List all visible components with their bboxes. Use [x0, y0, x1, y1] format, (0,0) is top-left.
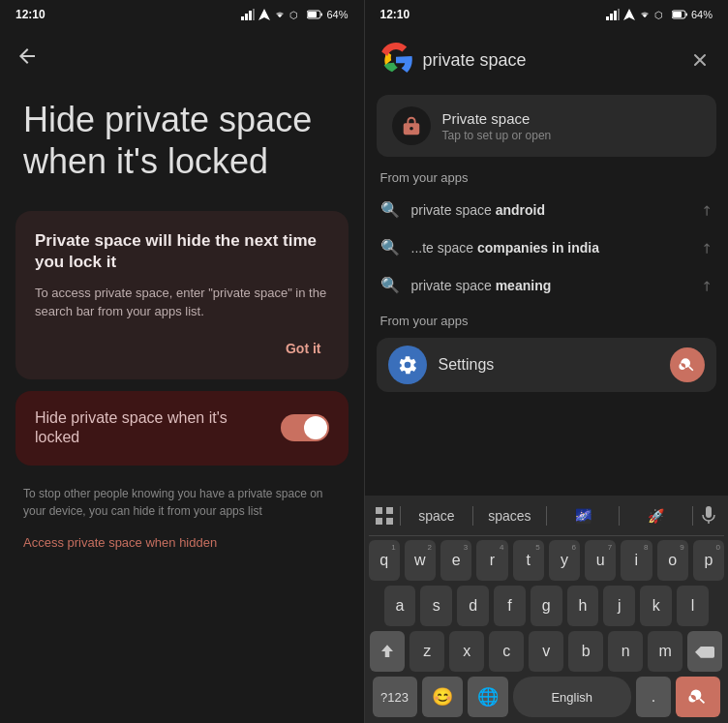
key-d[interactable]: d [457, 586, 489, 626]
keyboard-row-2: a s d f g h j k l [369, 586, 725, 626]
backspace-key[interactable] [687, 631, 722, 672]
suggestion-row-3[interactable]: 🔍 private space meaning ↗ [365, 266, 729, 304]
mic-icon[interactable] [693, 500, 724, 531]
key-t[interactable]: t5 [513, 540, 544, 581]
suggestion-spaces[interactable]: spaces [473, 508, 546, 524]
svg-rect-22 [706, 506, 712, 518]
status-icons-left: ⬡ 64% [241, 9, 348, 20]
search-key-icon [688, 687, 708, 707]
svg-rect-2 [249, 11, 252, 20]
key-i[interactable]: i8 [621, 540, 652, 581]
key-g[interactable]: g [531, 586, 562, 626]
key-z[interactable]: z [410, 631, 444, 672]
search-header: private space [365, 29, 729, 91]
toggle-switch[interactable] [281, 414, 329, 441]
svg-rect-16 [685, 14, 687, 16]
key-c[interactable]: c [489, 631, 524, 672]
settings-label: Settings [439, 356, 659, 374]
svg-rect-9 [606, 16, 609, 20]
result-icon-bg [392, 106, 431, 145]
toggle-row[interactable]: Hide private space when it's locked [15, 391, 349, 467]
arrow-icon-3: ↗ [697, 276, 716, 295]
suggestion-row-2[interactable]: 🔍 ...te space companies in india ↗ [365, 228, 729, 266]
dialog-title: Private space will hide the next time yo… [35, 230, 329, 273]
dialog-body: To access private space, enter "private … [35, 284, 329, 321]
access-link[interactable]: Access private space when hidden [0, 531, 364, 554]
globe-key[interactable]: 🌐 [468, 677, 508, 717]
keyboard: space spaces 🌌 🚀 q1 w2 e3 r4 t5 y6 u7 i8… [365, 496, 729, 723]
keyboard-suggestions: space spaces 🌌 🚀 [369, 501, 725, 536]
bluetooth-icon: ⬡ [289, 10, 303, 19]
key-o[interactable]: o9 [657, 540, 688, 581]
key-k[interactable]: k [640, 586, 672, 626]
wifi-icon-right [639, 10, 651, 19]
svg-rect-17 [673, 12, 682, 17]
back-icon [15, 45, 39, 68]
close-icon [690, 50, 710, 70]
time-left: 12:10 [15, 8, 46, 21]
bluetooth-icon-right: ⬡ [654, 10, 668, 19]
svg-text:⬡: ⬡ [654, 10, 663, 19]
key-y[interactable]: y6 [549, 540, 580, 581]
svg-marker-4 [258, 9, 270, 20]
keyboard-row-1: q1 w2 e3 r4 t5 y6 u7 i8 o9 p0 [369, 540, 725, 581]
key-b[interactable]: b [568, 631, 603, 672]
key-j[interactable]: j [603, 586, 635, 626]
battery-text-left: 64% [326, 9, 348, 20]
key-p[interactable]: p0 [693, 540, 724, 581]
search-key[interactable] [676, 677, 720, 717]
keyboard-bottom-row: ?123 😊 🌐 English . [369, 677, 725, 717]
page-title: Hide private spacewhen it's locked [0, 79, 364, 211]
key-l[interactable]: l [677, 586, 709, 626]
search-icon-3: 🔍 [380, 276, 400, 294]
battery-icon [307, 10, 322, 19]
suggestion-emoji-2[interactable]: 🚀 [620, 508, 692, 524]
search-button-icon [679, 356, 696, 374]
svg-rect-1 [245, 14, 248, 20]
key-e[interactable]: e3 [440, 540, 471, 581]
svg-rect-8 [308, 12, 317, 17]
suggestion-text-1: private space android [411, 202, 690, 218]
key-u[interactable]: u7 [585, 540, 616, 581]
signal-icon [241, 9, 255, 20]
key-w[interactable]: w2 [405, 540, 436, 581]
key-f[interactable]: f [494, 586, 526, 626]
settings-row[interactable]: Settings [377, 338, 717, 392]
backspace-icon [695, 644, 714, 659]
key-r[interactable]: r4 [476, 540, 507, 581]
emoji-key[interactable]: 😊 [422, 677, 463, 717]
result-card[interactable]: Private space Tap to set up or open [377, 95, 717, 157]
key-m[interactable]: m [648, 631, 682, 672]
key-n[interactable]: n [608, 631, 643, 672]
numbers-key[interactable]: ?123 [373, 677, 417, 717]
key-a[interactable]: a [384, 586, 416, 626]
grid-icon[interactable] [369, 500, 400, 531]
language-key[interactable]: English [513, 677, 632, 717]
search-query[interactable]: private space [423, 50, 677, 71]
svg-rect-0 [241, 16, 244, 20]
got-it-button[interactable]: Got it [278, 337, 329, 360]
settings-icon [397, 354, 418, 376]
svg-rect-21 [386, 518, 393, 525]
nav-icon-right [623, 9, 635, 20]
svg-rect-20 [376, 518, 382, 525]
signal-icon-right [606, 9, 620, 20]
result-text-block: Private space Tap to set up or open [442, 110, 702, 142]
settings-search-button[interactable] [670, 347, 705, 382]
suggestion-row-1[interactable]: 🔍 private space android ↗ [365, 191, 729, 228]
suggestion-emoji-1[interactable]: 🌌 [547, 508, 620, 524]
key-s[interactable]: s [420, 586, 452, 626]
key-h[interactable]: h [567, 586, 599, 626]
suggestion-space[interactable]: space [401, 508, 473, 524]
keyboard-row-3: z x c v b n m [369, 631, 725, 672]
key-x[interactable]: x [449, 631, 484, 672]
key-v[interactable]: v [529, 631, 563, 672]
key-q[interactable]: q1 [369, 540, 400, 581]
close-button[interactable] [685, 45, 714, 75]
shift-key[interactable] [370, 631, 405, 672]
svg-rect-11 [614, 11, 617, 20]
back-button[interactable] [0, 29, 364, 79]
period-key[interactable]: . [636, 677, 671, 717]
battery-icon-right [672, 10, 687, 19]
private-space-icon [401, 115, 422, 136]
